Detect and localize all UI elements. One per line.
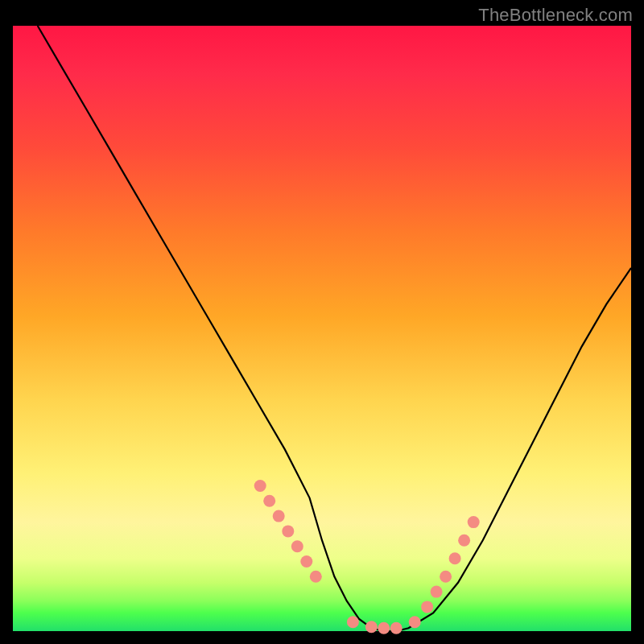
highlight-dot: [365, 621, 378, 633]
highlight-dot: [273, 510, 285, 522]
chart-gradient-bg: [13, 26, 631, 631]
chart-frame: [10, 23, 634, 634]
highlight-dot: [291, 540, 303, 552]
highlight-dot: [300, 555, 312, 568]
highlight-dot: [449, 552, 461, 564]
highlight-dot: [310, 571, 322, 583]
chart-svg: [13, 26, 631, 631]
highlight-dots: [254, 480, 480, 634]
highlight-dot: [390, 622, 402, 634]
bottleneck-curve: [38, 26, 631, 631]
highlight-dot: [468, 516, 480, 528]
highlight-dot: [263, 495, 275, 507]
highlight-dot: [282, 525, 294, 537]
highlight-dot: [440, 571, 452, 583]
highlight-dot: [431, 586, 443, 598]
highlight-dot: [254, 480, 266, 492]
highlight-dot: [378, 622, 390, 634]
highlight-dot: [347, 616, 359, 628]
highlight-dot: [458, 535, 470, 547]
highlight-dot: [409, 616, 421, 628]
highlight-dot: [421, 601, 433, 613]
